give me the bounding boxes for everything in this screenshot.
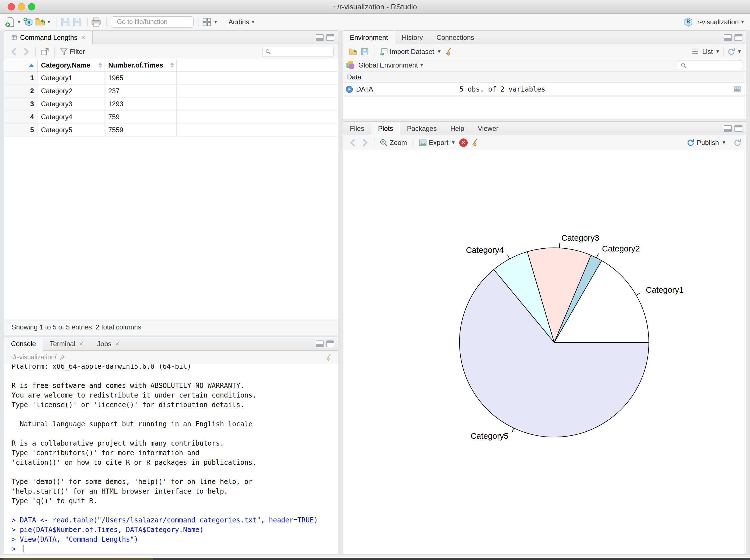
export-image-icon bbox=[418, 138, 427, 147]
table-row[interactable]: 4Category4759 bbox=[4, 111, 338, 123]
filter-button[interactable]: Filter bbox=[60, 47, 86, 56]
console-output-line bbox=[12, 429, 338, 439]
chevron-down-icon[interactable]: ▼ bbox=[213, 19, 218, 25]
maximize-pane-icon[interactable] bbox=[734, 34, 742, 41]
tab-files[interactable]: Files bbox=[343, 122, 371, 135]
view-data-button[interactable] bbox=[733, 85, 742, 94]
chevron-down-icon[interactable]: ▼ bbox=[47, 19, 52, 25]
previous-plot-button[interactable] bbox=[349, 138, 357, 147]
save-all-button[interactable] bbox=[72, 17, 82, 27]
tab-plots[interactable]: Plots bbox=[371, 122, 400, 135]
tab-environment[interactable]: Environment bbox=[343, 31, 395, 44]
table-row[interactable]: 3Category31293 bbox=[4, 98, 338, 111]
tab-help[interactable]: Help bbox=[443, 122, 471, 135]
project-selector[interactable]: r-visualization ▼ bbox=[684, 17, 745, 27]
remove-plot-button[interactable]: ✕ bbox=[459, 138, 468, 147]
save-all-icon bbox=[72, 17, 82, 27]
close-icon[interactable]: ✕ bbox=[115, 340, 120, 347]
table-cell: 3 bbox=[4, 98, 38, 110]
goto-directory-icon[interactable] bbox=[59, 354, 67, 361]
console-output[interactable]: Platform: x86_64-apple-darwin15.6.0 (64-… bbox=[4, 364, 338, 554]
column-header-category-name[interactable]: Category.Name bbox=[38, 59, 105, 71]
table-row[interactable]: 5Category57559 bbox=[4, 123, 338, 137]
new-file-button[interactable]: ▼ bbox=[5, 17, 21, 27]
column-header-number-of-times[interactable]: Number.of.Times bbox=[105, 59, 177, 71]
goto-file-input[interactable] bbox=[116, 18, 201, 26]
tab-connections[interactable]: Connections bbox=[430, 31, 481, 44]
panes-layout-button[interactable]: ▼ bbox=[202, 17, 218, 27]
window-bottom-edge bbox=[0, 554, 750, 558]
chevron-down-icon[interactable]: ▼ bbox=[17, 19, 21, 25]
addins-menu[interactable]: Addins▼ bbox=[226, 18, 255, 26]
console-cursor[interactable] bbox=[23, 545, 23, 552]
table-row[interactable]: 2Category2237 bbox=[4, 84, 338, 98]
minimize-pane-icon[interactable] bbox=[316, 34, 323, 41]
table-body: 1Category119652Category22373Category3129… bbox=[4, 72, 338, 137]
tab-command-lengths[interactable]: Command Lengths ✕ bbox=[4, 31, 93, 44]
console-output-line: Natural language support but running in … bbox=[12, 419, 338, 429]
save-workspace-button[interactable] bbox=[360, 47, 369, 56]
maximize-pane-icon[interactable] bbox=[734, 125, 742, 132]
column-label: Category.Name bbox=[41, 61, 90, 69]
open-file-button[interactable]: ▼ bbox=[35, 17, 52, 27]
clear-all-plots-button[interactable] bbox=[471, 138, 479, 147]
table-search-box[interactable] bbox=[262, 47, 334, 57]
forward-button[interactable] bbox=[22, 47, 30, 56]
new-project-button[interactable] bbox=[23, 17, 33, 27]
table-cell: 1965 bbox=[105, 72, 177, 84]
chevron-down-icon[interactable]: ▼ bbox=[715, 49, 720, 55]
table-cell: 7559 bbox=[105, 123, 177, 136]
chevron-down-icon[interactable]: ▼ bbox=[419, 62, 424, 68]
environment-object-row[interactable]: DATA 5 obs. of 2 variables bbox=[343, 83, 746, 96]
broom-icon bbox=[471, 138, 479, 147]
print-button[interactable] bbox=[91, 17, 101, 27]
console-output-line: Type 'q()' to quit R. bbox=[12, 496, 338, 506]
plots-toolbar: Zoom Export ▼ ✕ Publish ▼ bbox=[343, 135, 746, 150]
tab-viewer[interactable]: Viewer bbox=[471, 122, 505, 135]
load-workspace-button[interactable] bbox=[349, 47, 357, 56]
close-icon[interactable]: ✕ bbox=[79, 340, 84, 347]
clear-environment-button[interactable] bbox=[445, 47, 453, 56]
environment-search-input[interactable] bbox=[687, 61, 740, 69]
console-command-line: > DATA <- read.table("/Users/lsalazar/co… bbox=[12, 515, 338, 525]
popout-window-button[interactable] bbox=[41, 47, 49, 56]
minimize-pane-icon[interactable] bbox=[316, 340, 323, 347]
tab-terminal[interactable]: Terminal✕ bbox=[43, 337, 90, 351]
new-file-icon bbox=[5, 17, 15, 27]
save-button[interactable] bbox=[60, 17, 71, 27]
next-plot-button[interactable] bbox=[360, 138, 369, 147]
back-button[interactable] bbox=[10, 47, 18, 56]
goto-file-box[interactable] bbox=[111, 16, 194, 28]
tab-history[interactable]: History bbox=[395, 31, 430, 44]
zoom-plot-button[interactable]: Zoom bbox=[379, 138, 408, 147]
minimize-pane-icon[interactable] bbox=[724, 34, 732, 41]
toolbar-separator bbox=[730, 138, 730, 147]
expand-object-icon[interactable] bbox=[345, 85, 353, 93]
sort-icons[interactable] bbox=[98, 62, 102, 68]
open-folder-icon bbox=[35, 17, 45, 27]
environment-search-box[interactable] bbox=[678, 60, 742, 71]
tab-console[interactable]: Console bbox=[4, 337, 43, 351]
maximize-pane-icon[interactable] bbox=[327, 340, 334, 347]
list-view-label: List bbox=[702, 48, 713, 56]
export-plot-button[interactable]: Export ▼ bbox=[418, 138, 456, 147]
console-directory-bar: ~/r-visualization/ bbox=[4, 351, 338, 364]
save-icon bbox=[60, 17, 71, 27]
sort-icons[interactable] bbox=[170, 62, 174, 68]
table-search-input[interactable] bbox=[271, 48, 331, 56]
clear-console-icon[interactable] bbox=[325, 354, 333, 361]
maximize-pane-icon[interactable] bbox=[327, 34, 334, 41]
minimize-pane-icon[interactable] bbox=[724, 125, 732, 132]
chevron-down-icon[interactable]: ▼ bbox=[737, 49, 742, 55]
refresh-icon[interactable] bbox=[733, 138, 742, 147]
tab-jobs[interactable]: Jobs✕ bbox=[91, 337, 126, 351]
pie-label-Category3: Category3 bbox=[561, 233, 599, 242]
rownum-column-header[interactable] bbox=[4, 59, 38, 71]
import-dataset-button[interactable]: Import Dataset ▼ bbox=[379, 47, 441, 56]
close-icon[interactable]: ✕ bbox=[81, 34, 86, 41]
tab-packages[interactable]: Packages bbox=[400, 122, 443, 135]
table-row[interactable]: 1Category11965 bbox=[4, 72, 338, 84]
refresh-icon[interactable] bbox=[727, 47, 735, 56]
chevron-down-icon[interactable]: ▼ bbox=[722, 140, 726, 145]
data-section-header: Data bbox=[343, 72, 746, 83]
